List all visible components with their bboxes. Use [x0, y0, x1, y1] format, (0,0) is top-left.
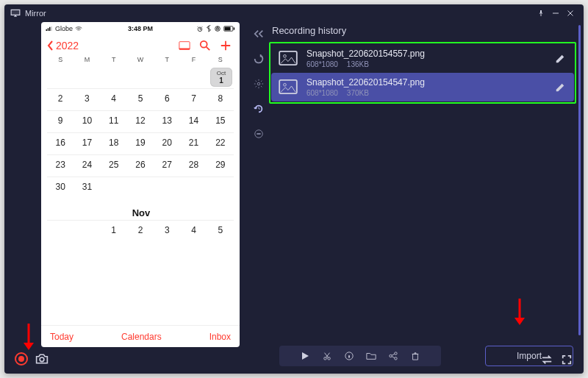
calendar-cell[interactable]: 20 — [154, 132, 180, 154]
add-icon[interactable] — [218, 38, 234, 54]
history-icon[interactable] — [251, 101, 266, 116]
swap-icon[interactable] — [541, 354, 554, 368]
calendar-cell[interactable]: 9 — [47, 110, 74, 132]
calendar-cell[interactable] — [180, 176, 207, 199]
calendar-cell[interactable]: 14 — [180, 110, 207, 132]
recording-item[interactable]: Snapshot_220620154547.png 608*1080370KB — [271, 73, 574, 101]
svg-point-13 — [201, 41, 207, 48]
refresh-icon[interactable] — [251, 51, 266, 66]
svg-rect-3 — [49, 27, 51, 31]
recording-filename: Snapshot_220620154547.png — [306, 77, 548, 88]
calendars-button[interactable]: Calendars — [121, 332, 162, 342]
annotation-highlight: Snapshot_220620154557.png 608*1080136KB … — [269, 42, 576, 104]
right-sidepanel — [248, 22, 269, 368]
svg-point-24 — [395, 352, 397, 354]
calendar-footer: Today Calendars Inbox — [41, 325, 240, 347]
collapse-icon[interactable] — [251, 26, 266, 41]
scrollbar[interactable] — [578, 25, 581, 335]
mirror-toolbar — [12, 347, 240, 368]
list-view-icon[interactable] — [176, 38, 193, 54]
delete-button[interactable] — [409, 350, 421, 362]
inbox-button[interactable]: Inbox — [209, 332, 231, 342]
calendar-cell[interactable]: 24 — [74, 154, 100, 176]
remove-icon[interactable] — [251, 126, 266, 141]
calendar-cell[interactable]: 7 — [180, 88, 207, 110]
svg-rect-12 — [179, 49, 190, 50]
calendar-cell[interactable]: 19 — [127, 132, 154, 154]
calendar-cell[interactable]: 22 — [207, 132, 234, 154]
calendar-cell[interactable]: 2 — [127, 220, 154, 242]
calendar-cell[interactable]: 30 — [47, 176, 74, 199]
calendar-cell[interactable] — [47, 220, 74, 242]
calendar-cell[interactable]: 6 — [154, 88, 180, 110]
svg-rect-4 — [51, 26, 52, 31]
fullscreen-icon[interactable] — [562, 354, 575, 368]
recording-item[interactable]: Snapshot_220620154557.png 608*1080136KB — [271, 44, 574, 73]
month-chip-oct: Oct1 — [210, 68, 232, 87]
play-button[interactable] — [299, 350, 311, 362]
calendar-cell[interactable]: 31 — [74, 176, 100, 199]
image-icon — [279, 51, 299, 67]
phone-screen: Globe 3:48 PM 2022 — [41, 22, 240, 347]
edit-icon[interactable] — [555, 82, 567, 93]
calendar-cell[interactable]: 11 — [101, 110, 127, 132]
calendar-cell[interactable]: 13 — [154, 110, 180, 132]
svg-rect-19 — [279, 79, 297, 93]
calendar-cell[interactable] — [154, 176, 180, 199]
calendar-cell[interactable] — [101, 176, 127, 199]
calendar-cell[interactable]: 5 — [127, 88, 154, 110]
calendar-cell[interactable]: 17 — [74, 132, 100, 154]
calendar-cell[interactable]: 1 — [101, 220, 127, 242]
calendar-cell[interactable]: 28 — [180, 154, 207, 176]
calendar-cell[interactable] — [127, 176, 154, 199]
calendar-cell[interactable]: 5 — [207, 220, 234, 242]
calendar-cell[interactable]: 10 — [74, 110, 100, 132]
calendar-cell[interactable]: 8 — [207, 88, 234, 110]
settings-icon[interactable] — [251, 76, 266, 91]
orientation-lock-icon — [214, 25, 221, 32]
edit-icon[interactable] — [555, 54, 567, 64]
phone-statusbar: Globe 3:48 PM — [41, 22, 240, 35]
calendar-cell[interactable]: 23 — [47, 154, 74, 176]
calendar-cell[interactable]: 15 — [207, 110, 234, 132]
info-button[interactable] — [343, 350, 355, 362]
calendar-cell[interactable]: 2 — [47, 88, 74, 110]
close-button[interactable] — [563, 6, 578, 21]
back-year-button[interactable]: 2022 — [47, 40, 172, 51]
phone-mirror-area: Globe 3:48 PM 2022 — [12, 22, 240, 368]
svg-point-26 — [395, 357, 397, 360]
calendar-cell[interactable]: 4 — [180, 220, 207, 242]
weekday-row: SMTWTFS — [41, 56, 240, 66]
calendar-cell[interactable]: 12 — [127, 110, 154, 132]
share-button[interactable] — [387, 350, 399, 362]
calendar-cell[interactable]: 16 — [47, 132, 74, 154]
calendar-cell[interactable]: 26 — [127, 154, 154, 176]
calendar-cell[interactable]: 18 — [101, 132, 127, 154]
phone-carrier: Globe — [55, 25, 73, 32]
titlebar: Mirror — [4, 4, 584, 22]
calendar-cell[interactable] — [74, 220, 100, 242]
today-button[interactable]: Today — [50, 332, 74, 342]
recording-history-title: Recording history — [269, 22, 576, 42]
calendar-cell[interactable]: 3 — [154, 220, 180, 242]
calendar-cell[interactable]: 21 — [180, 132, 207, 154]
calendar-cell[interactable]: 4 — [101, 88, 127, 110]
app-title: Mirror — [25, 9, 534, 18]
svg-rect-2 — [48, 28, 49, 31]
calendar-year: 2022 — [56, 40, 79, 51]
calendar-cell[interactable]: 25 — [101, 154, 127, 176]
alarm-icon — [196, 26, 204, 32]
cut-button[interactable] — [321, 350, 333, 362]
search-icon[interactable] — [197, 38, 213, 54]
svg-rect-9 — [225, 27, 231, 31]
calendar-cell[interactable]: 27 — [154, 154, 180, 176]
record-button[interactable] — [15, 352, 28, 365]
camera-button[interactable] — [35, 353, 49, 365]
calendar-cell[interactable] — [207, 176, 234, 199]
folder-button[interactable] — [365, 350, 377, 362]
calendar-cell[interactable]: 3 — [74, 88, 100, 110]
calendar-cell[interactable]: 29 — [207, 154, 234, 176]
pin-button[interactable] — [534, 6, 548, 21]
minimize-button[interactable] — [548, 6, 563, 21]
calendar-body[interactable]: Oct1 23456789101112131415161718192021222… — [41, 66, 240, 325]
